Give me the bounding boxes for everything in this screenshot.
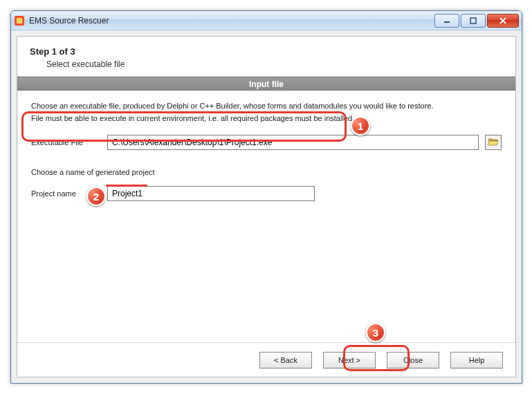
executable-file-input[interactable] (107, 135, 479, 150)
project-name-input[interactable] (107, 186, 315, 201)
window-title: EMS Source Rescuer (29, 16, 433, 26)
minimize-button[interactable] (434, 14, 459, 28)
folder-open-icon (488, 137, 499, 149)
project-name-row: Project name (31, 182, 502, 205)
app-icon (14, 15, 25, 26)
instruction-line-2: File must be able to execute in current … (31, 114, 502, 122)
browse-button[interactable] (485, 135, 502, 150)
help-button[interactable]: Help (450, 352, 503, 368)
project-name-label: Project name (31, 189, 100, 198)
close-window-button[interactable] (487, 14, 519, 28)
executable-file-row: Executable File (31, 131, 502, 154)
wizard-panel: Step 1 of 3 Select executable file Input… (17, 36, 516, 377)
svg-rect-1 (17, 18, 22, 24)
button-bar: < Back Next > Close Help (17, 342, 515, 377)
titlebar[interactable]: EMS Source Rescuer (11, 11, 522, 30)
instruction-line-1: Choose an executable file, produced by D… (31, 102, 502, 110)
app-window: EMS Source Rescuer Step 1 of 3 Select ex… (10, 10, 522, 384)
section-bar: Input file (17, 77, 515, 91)
content-area: Choose an executable file, produced by D… (17, 91, 515, 216)
step-header: Step 1 of 3 Select executable file (17, 37, 515, 77)
executable-file-label: Executable File (31, 138, 100, 147)
close-button[interactable]: Close (387, 352, 439, 368)
window-controls (433, 14, 519, 28)
maximize-button[interactable] (461, 14, 486, 28)
back-button[interactable]: < Back (259, 352, 312, 368)
svg-rect-3 (470, 18, 476, 24)
step-title: Step 1 of 3 (30, 46, 503, 57)
callout-3-badge: 3 (366, 323, 385, 342)
next-button[interactable]: Next > (323, 352, 376, 368)
project-instruction: Choose a name of generated project (31, 168, 502, 176)
step-subtitle: Select executable file (46, 59, 503, 69)
